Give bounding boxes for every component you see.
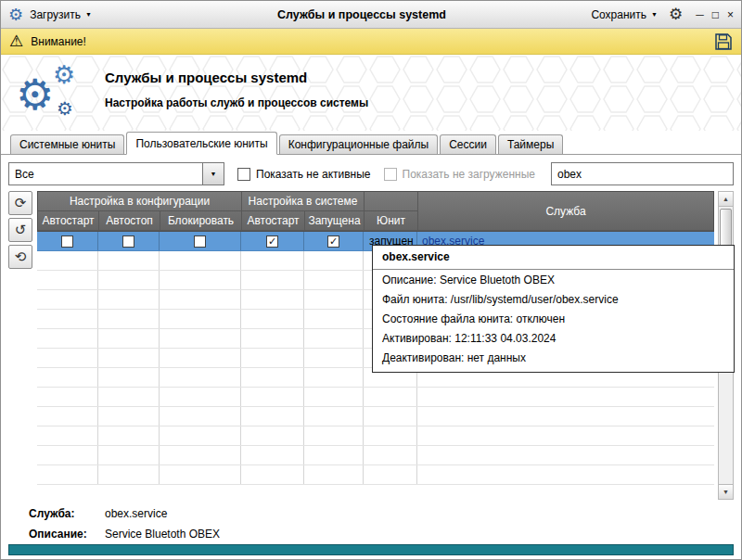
table-cell[interactable] [241, 446, 304, 465]
tab-timers[interactable]: Таймеры [498, 134, 563, 154]
table-cell[interactable] [98, 465, 160, 484]
table-cell[interactable] [304, 446, 364, 465]
table-cell[interactable] [241, 465, 304, 484]
column-header-system-running[interactable]: Запущена [305, 211, 365, 231]
table-cell[interactable] [98, 310, 160, 328]
column-header-unit[interactable]: Юнит [365, 211, 418, 231]
save-file-icon[interactable] [714, 32, 733, 51]
table-cell[interactable] [417, 388, 714, 406]
table-cell[interactable] [160, 426, 241, 445]
scroll-up-button[interactable]: ▲ [719, 192, 733, 207]
maximize-button[interactable]: □ [712, 8, 719, 21]
table-cell[interactable] [364, 446, 417, 465]
table-cell[interactable] [304, 388, 364, 406]
table-cell[interactable] [37, 329, 98, 348]
table-cell[interactable] [37, 407, 98, 426]
table-cell[interactable] [304, 368, 364, 387]
table-cell[interactable] [304, 271, 364, 289]
table-cell[interactable] [241, 251, 304, 270]
table-cell[interactable] [98, 407, 160, 426]
reload-button[interactable]: ⟲ [8, 245, 32, 269]
table-cell[interactable] [241, 426, 304, 445]
table-cell[interactable] [98, 290, 160, 309]
table-cell[interactable] [37, 446, 98, 465]
table-cell[interactable] [304, 407, 364, 426]
table-cell[interactable] [37, 388, 98, 406]
column-header-config-autostart[interactable]: Автостарт [38, 211, 99, 231]
table-cell[interactable] [37, 349, 98, 367]
table-cell[interactable] [37, 251, 98, 270]
table-cell[interactable] [241, 310, 304, 328]
table-row[interactable] [37, 407, 714, 426]
column-header-config-autostop[interactable]: Автостоп [99, 211, 160, 231]
table-cell[interactable] [160, 388, 241, 406]
table-cell[interactable] [304, 465, 364, 484]
table-cell[interactable] [37, 426, 98, 445]
table-cell[interactable] [304, 251, 364, 270]
column-header-service[interactable]: Служба [418, 192, 713, 231]
table-cell[interactable] [241, 368, 304, 387]
load-menu-button[interactable]: Загрузить ▼ [30, 8, 92, 21]
table-cell[interactable] [37, 465, 98, 484]
checkbox-system-autostart[interactable]: ✓ [266, 235, 278, 248]
table-cell[interactable] [37, 368, 98, 387]
table-cell[interactable] [304, 349, 364, 367]
table-cell[interactable] [160, 310, 241, 328]
table-cell[interactable] [37, 310, 98, 328]
table-cell[interactable] [417, 426, 714, 445]
table-cell[interactable] [241, 290, 304, 309]
table-cell[interactable] [98, 446, 160, 465]
tab-system-units[interactable]: Системные юниты [10, 134, 124, 154]
table-cell[interactable] [160, 290, 241, 309]
unit-filter-combobox[interactable]: Все ▼ [8, 162, 224, 185]
tab-sessions[interactable]: Сессии [440, 134, 496, 154]
table-cell[interactable] [304, 329, 364, 348]
checkbox-config-autostop[interactable] [122, 235, 134, 248]
show-inactive-checkbox[interactable]: Показать не активные [237, 168, 371, 181]
table-cell[interactable] [417, 407, 714, 426]
checkbox-config-autostart[interactable] [61, 235, 73, 248]
table-cell[interactable] [241, 349, 304, 367]
table-cell[interactable] [241, 407, 304, 426]
checkbox-box[interactable] [237, 168, 250, 181]
table-row[interactable] [37, 446, 714, 465]
revert-button[interactable]: ↺ [8, 218, 32, 242]
table-cell[interactable] [364, 465, 417, 484]
table-cell[interactable] [160, 271, 241, 289]
tab-config-files[interactable]: Конфигурационные файлы [279, 134, 438, 154]
column-header-system-autostart[interactable]: Автостарт [242, 211, 305, 231]
table-cell[interactable] [241, 388, 304, 406]
close-button[interactable]: × [727, 8, 734, 21]
table-cell[interactable] [37, 290, 98, 309]
table-cell[interactable] [304, 290, 364, 309]
chevron-down-icon[interactable]: ▼ [202, 163, 224, 185]
table-cell[interactable] [417, 446, 714, 465]
checkbox-system-running[interactable]: ✓ [327, 235, 339, 248]
table-row[interactable] [37, 465, 714, 485]
refresh-button[interactable]: ⟳ [8, 191, 32, 215]
table-cell[interactable] [98, 368, 160, 387]
table-cell[interactable] [160, 251, 241, 270]
table-cell[interactable] [304, 426, 364, 445]
table-cell[interactable] [417, 465, 714, 484]
table-cell[interactable] [364, 407, 417, 426]
table-cell[interactable] [98, 271, 160, 289]
minimize-button[interactable]: ─ [696, 8, 704, 21]
table-cell[interactable] [160, 446, 241, 465]
table-cell[interactable] [160, 465, 241, 484]
table-cell[interactable] [160, 349, 241, 367]
table-cell[interactable] [241, 329, 304, 348]
table-cell[interactable] [241, 271, 304, 289]
search-input[interactable] [551, 162, 734, 185]
table-cell[interactable] [160, 368, 241, 387]
table-cell[interactable] [364, 388, 417, 406]
checkbox-config-block[interactable] [194, 235, 206, 248]
table-cell[interactable] [98, 251, 160, 270]
table-cell[interactable] [160, 407, 241, 426]
column-header-config-block[interactable]: Блокировать [160, 211, 242, 231]
table-cell[interactable] [98, 349, 160, 367]
table-cell[interactable] [304, 310, 364, 328]
table-cell[interactable] [37, 271, 98, 289]
table-cell[interactable] [98, 329, 160, 348]
scroll-down-button[interactable]: ▼ [719, 484, 733, 499]
